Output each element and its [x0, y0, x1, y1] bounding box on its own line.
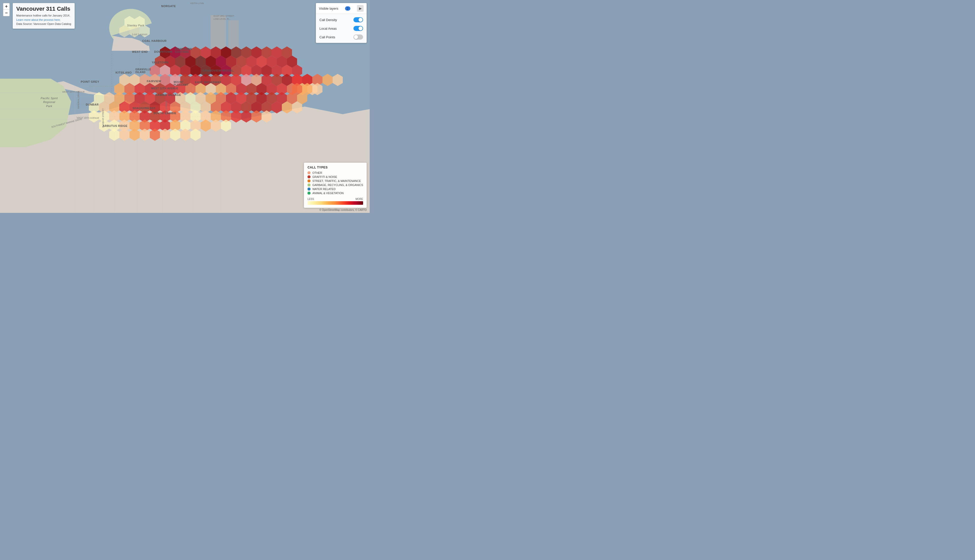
legend-dot-4: [307, 188, 311, 190]
layer-toggle-2[interactable]: [354, 35, 363, 40]
layers-body: Call DensityLocal AreasCall Points: [316, 14, 367, 43]
learn-more-link[interactable]: Learn more about the process here.: [16, 18, 61, 21]
map-title: Vancouver 311 Calls: [16, 6, 71, 12]
layer-toggle-1[interactable]: [354, 26, 363, 31]
legend-item-2: STREET, TRAFFIC, & MAINTENANCE: [307, 179, 363, 182]
layers-header: Visible layers 2 ▶: [316, 3, 367, 14]
svg-rect-29: [229, 20, 239, 48]
zoom-in-button[interactable]: +: [3, 3, 10, 10]
legend-dot-3: [307, 183, 311, 187]
title-panel: Vancouver 311 Calls Maintenance hotline …: [13, 3, 75, 29]
zoom-out-button[interactable]: −: [3, 10, 10, 16]
layer-row-call-points: Call Points: [316, 33, 367, 42]
legend-label-2: STREET, TRAFFIC, & MAINTENANCE: [312, 179, 361, 182]
legend-label-1: GRAFFITI & NOISE: [312, 175, 337, 178]
layer-name-2: Call Points: [319, 35, 335, 39]
legend-label-3: GARBAGE, RECYCLING, & ORGANICS: [312, 183, 363, 187]
legend-title: CALL TYPES: [307, 166, 363, 169]
map-subtitle: Maintenance hotline calls for January 20…: [16, 13, 71, 26]
map-container: NORGATE COAL HARBOUR WEST END DOWNTOWN D…: [0, 0, 370, 213]
layer-toggle-0[interactable]: [354, 17, 363, 22]
legend-item-0: OTHER: [307, 171, 363, 174]
legend-label-4: WATER RELATED: [312, 188, 336, 190]
legend-item-4: WATER RELATED: [307, 188, 363, 190]
layers-badge: 2: [345, 6, 351, 11]
layers-title: Visible layers: [319, 7, 338, 10]
layer-row-local-areas: Local Areas: [316, 24, 367, 33]
legend-item-3: GARBAGE, RECYCLING, & ORGANICS: [307, 183, 363, 187]
layers-nav-button[interactable]: ▶: [357, 5, 364, 12]
attribution: © OpenStreetMap contributors, © CARTO: [319, 208, 367, 212]
legend-items: OTHERGRAFFITI & NOISESTREET, TRAFFIC, & …: [307, 171, 363, 195]
legend-dot-2: [307, 179, 311, 182]
legend-panel: CALL TYPES OTHERGRAFFITI & NOISESTREET, …: [304, 163, 367, 208]
legend-item-1: GRAFFITI & NOISE: [307, 175, 363, 178]
legend-dot-0: [307, 171, 311, 174]
legend-dot-1: [307, 175, 311, 178]
gradient-less-label: LESS: [307, 198, 314, 200]
layer-row-call-density: Call Density: [316, 15, 367, 24]
legend-gradient: LESS MORE: [307, 198, 363, 205]
layers-panel: Visible layers 2 ▶ Call DensityLocal Are…: [316, 3, 367, 43]
gradient-more-label: MORE: [356, 198, 363, 200]
layer-name-1: Local Areas: [319, 27, 337, 30]
svg-rect-28: [211, 15, 226, 48]
legend-item-5: ANIMAL & VEGETATION: [307, 192, 363, 195]
gradient-bar: [307, 201, 363, 205]
layer-name-0: Call Density: [319, 18, 337, 22]
legend-dot-5: [307, 192, 311, 195]
legend-label-5: ANIMAL & VEGETATION: [312, 192, 344, 195]
legend-label-0: OTHER: [312, 171, 322, 174]
